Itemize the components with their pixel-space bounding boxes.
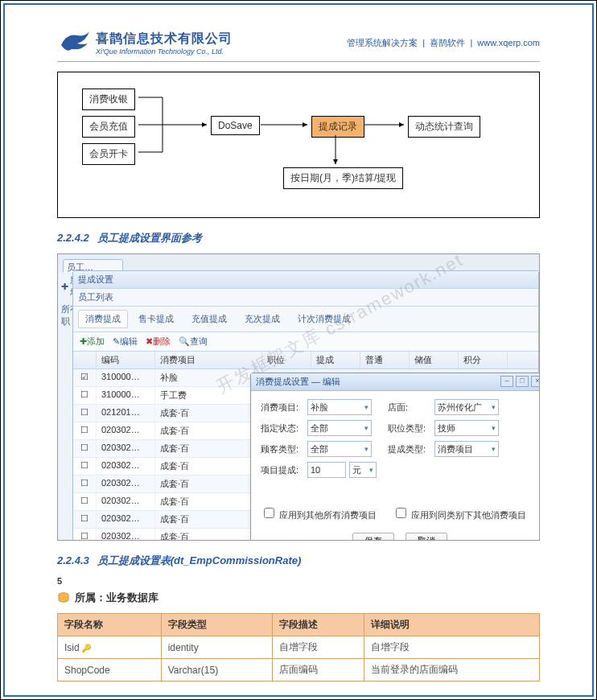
rate-unit-select[interactable]: 元▾ xyxy=(349,462,377,478)
section-heading: 2.2.4.2员工提成设置界面参考 xyxy=(57,231,540,245)
delete-button[interactable]: ✖删除 xyxy=(146,336,171,348)
position-type-select[interactable]: 技师▾ xyxy=(434,420,499,436)
header-nav: 管理系统解决方案 | 喜鹊软件 | www.xqerp.com xyxy=(347,37,540,49)
store-select[interactable]: 苏州传化广▾ xyxy=(434,399,499,415)
page-header: 喜鹊信息技术有限公司 Xi'Que Information Technology… xyxy=(57,29,540,56)
edit-dialog: 消费提成设置 — 编辑 – □ × 消费项目: 补脸▾ 店面: xyxy=(250,373,540,541)
company-name-en: Xi'Que Information Technology Co., Ltd. xyxy=(96,47,233,56)
site-link[interactable]: www.xqerp.com xyxy=(477,38,540,47)
cancel-button[interactable]: 取消 xyxy=(406,533,447,541)
rate-value-input[interactable]: 10 xyxy=(307,462,346,478)
company-name-cn: 喜鹊信息技术有限公司 xyxy=(96,31,233,47)
window-title: 提成设置 xyxy=(73,271,538,289)
tab-bar: 消费提成 售卡提成 充值提成 充次提成 计次消费提成 xyxy=(73,307,538,332)
search-button[interactable]: 🔍查询 xyxy=(179,336,208,348)
apply-all-checkbox[interactable]: 应用到其他所有消费项目 xyxy=(261,505,377,521)
dialog-title: 消费提成设置 — 编辑 xyxy=(256,376,340,388)
tab-percount[interactable]: 计次消费提成 xyxy=(290,310,358,328)
tab-recharge[interactable]: 充值提成 xyxy=(184,310,234,328)
schema-table: 字段名称字段类型字段描述详细说明 Isid 🔑identity自增字段自增字段S… xyxy=(57,613,540,681)
tab-count[interactable]: 充次提成 xyxy=(237,310,287,328)
item-select[interactable]: 补脸▾ xyxy=(307,399,372,415)
database-icon xyxy=(57,591,70,604)
section-heading: 2.2.4.3员工提成设置表(dt_EmpCommissionRate) xyxy=(57,554,540,568)
logo: 喜鹊信息技术有限公司 Xi'Que Information Technology… xyxy=(57,29,233,56)
minimize-icon[interactable]: – xyxy=(500,376,513,387)
apply-category-checkbox[interactable]: 应用到同类别下其他消费项目 xyxy=(393,505,526,521)
state-select[interactable]: 全部▾ xyxy=(307,420,372,436)
customer-type-select[interactable]: 全部▾ xyxy=(307,441,372,457)
window-subtitle: 员工列表 xyxy=(73,289,538,307)
bird-logo-icon xyxy=(57,29,91,56)
tab-card[interactable]: 售卡提成 xyxy=(131,310,181,328)
toolbar: ✚添加 ✎编辑 ✖删除 🔍查询 xyxy=(73,332,538,352)
edit-button[interactable]: ✎编辑 xyxy=(113,336,138,348)
save-button[interactable]: 保存 xyxy=(352,533,394,541)
ui-screenshot: 员工… ✚新增 所有职 提成设置 员工列表 消费提成 售卡提成 充值提成 充次提… xyxy=(57,253,540,541)
flow-diagram: 消费收银 会员充值 会员开卡 DoSave 提成记录 动态统计查询 按日期(月，… xyxy=(57,72,540,218)
close-icon[interactable]: × xyxy=(531,376,540,387)
note-number: 5 xyxy=(57,576,540,586)
maximize-icon[interactable]: □ xyxy=(516,376,529,387)
rate-type-select[interactable]: 消费项目▾ xyxy=(434,441,499,457)
ownership-label: 所属：业务数据库 xyxy=(57,591,540,605)
add-button[interactable]: ✚添加 xyxy=(80,336,105,348)
tab-consume[interactable]: 消费提成 xyxy=(78,310,128,328)
